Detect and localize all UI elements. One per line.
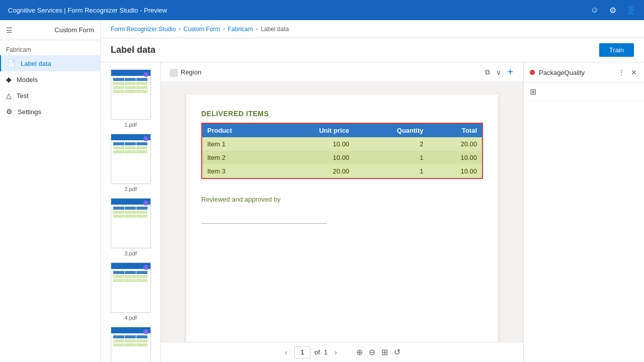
layers-button[interactable]: ⧉ [483, 66, 492, 78]
topbar: Cognitive Services | Form Recognizer Stu… [0, 0, 644, 20]
zoom-out-button[interactable]: ⊖ [367, 345, 377, 359]
file-thumbnail-2 [111, 134, 151, 184]
file-name-2: 2.pdf [124, 186, 136, 192]
zoom-controls: ⊕ ⊖ ⊞ ↺ [354, 345, 403, 359]
breadcrumb-fabricam[interactable]: Fabricam [228, 26, 253, 33]
hamburger-icon[interactable]: ☰ [6, 26, 13, 34]
items-table-body: Item 1 10.00 2 20.00 Item 2 10.00 1 10.0… [202, 137, 482, 178]
thumb-table [113, 142, 148, 153]
breadcrumb-sep-3: › [256, 26, 258, 32]
items-table: Product Unit price Quantity Total Item 1… [202, 124, 482, 178]
col-quantity: Quantity [354, 124, 428, 137]
file-name-1: 1.pdf [124, 122, 136, 128]
settings-icon[interactable]: ⚙ [608, 5, 618, 15]
smiley-icon[interactable]: ☺ [590, 5, 600, 15]
next-page-button[interactable]: › [332, 346, 340, 358]
list-item[interactable]: 3.pdf [101, 195, 160, 259]
sidebar-item-label-data-text: Label data [21, 60, 51, 67]
document-viewer: ⬜ Region ⧉ ∨ + DELIVERED ITEMS [161, 62, 523, 362]
col-total: Total [429, 124, 482, 137]
label-name: PackageQuality [539, 69, 585, 76]
region-icon: ⬜ [169, 68, 178, 76]
table-row: Item 1 10.00 2 20.00 [202, 137, 482, 151]
cell-product: Item 1 [202, 137, 273, 151]
sidebar-header: ☰ Custom Form [0, 20, 100, 40]
right-panel: PackageQuality ⋮ ✕ ⊞ [523, 62, 644, 362]
reviewed-section: Reviewed and approved by [201, 196, 483, 224]
content-area: 1.pdf 2.pdf [101, 62, 644, 362]
cell-total: 20.00 [429, 137, 482, 151]
main-content: Form Recognizer Studio › Custom Form › F… [101, 20, 644, 362]
train-button[interactable]: Train [599, 43, 634, 57]
file-thumbnail-3 [111, 198, 151, 248]
cell-quantity: 1 [354, 151, 428, 164]
page-input[interactable] [294, 346, 310, 358]
add-label-button[interactable]: + [505, 64, 515, 80]
sidebar-item-settings-text: Settings [18, 108, 41, 116]
file-name-3: 3.pdf [124, 250, 136, 256]
close-panel-button[interactable]: ✕ [630, 67, 638, 77]
col-unit-price: Unit price [273, 124, 354, 137]
file-thumbnail-1 [111, 69, 151, 120]
app-title: Cognitive Services | Form Recognizer Stu… [8, 7, 167, 14]
sidebar-item-test[interactable]: △ Test [0, 87, 100, 104]
topbar-icons: ☺ ⚙ 👤 [590, 5, 636, 15]
user-icon[interactable]: 👤 [626, 5, 636, 15]
models-icon: ◆ [6, 75, 12, 83]
breadcrumb-custom-form[interactable]: Custom Form [184, 26, 220, 33]
chevron-down-button[interactable]: ∨ [494, 66, 503, 78]
list-item[interactable]: 1.pdf [101, 66, 160, 131]
cell-unit-price: 10.00 [273, 137, 354, 151]
cell-unit-price: 20.00 [273, 164, 354, 178]
panel-icons: ⋮ ✕ [617, 67, 638, 77]
file-dot [143, 136, 148, 141]
sidebar-item-models[interactable]: ◆ Models [0, 71, 100, 87]
cell-quantity: 2 [354, 137, 428, 151]
thumb-table [113, 271, 148, 282]
label-data-icon: 📄 [7, 59, 16, 67]
cell-total: 10.00 [429, 164, 482, 178]
table-row: Item 3 20.00 1 10.00 [202, 164, 482, 178]
label-tag: PackageQuality [530, 69, 585, 76]
file-dot [143, 72, 148, 77]
sidebar-item-label-data[interactable]: 📄 Label data [0, 55, 100, 71]
region-label: Region [181, 68, 201, 76]
cell-quantity: 1 [354, 164, 428, 178]
list-item[interactable]: 5.pdf [101, 324, 160, 362]
file-dot [143, 329, 148, 334]
rotate-button[interactable]: ↺ [392, 345, 403, 359]
total-pages: 1 [324, 348, 328, 356]
cell-unit-price: 10.00 [273, 151, 354, 164]
zoom-in-button[interactable]: ⊕ [354, 345, 365, 359]
sidebar-section-label: Fabricam [0, 40, 100, 55]
breadcrumb: Form Recognizer Studio › Custom Form › F… [101, 20, 644, 38]
col-product: Product [202, 124, 273, 137]
sidebar-item-test-text: Test [17, 92, 29, 100]
table-view-icon[interactable]: ⊞ [530, 87, 536, 96]
more-options-button[interactable]: ⋮ [617, 67, 626, 77]
sidebar-item-settings[interactable]: ⚙ Settings [0, 104, 100, 120]
thumb-table [113, 207, 148, 218]
fit-page-button[interactable]: ⊞ [379, 345, 390, 359]
file-thumbnail-4 [111, 262, 151, 313]
file-dot [143, 201, 148, 206]
test-icon: △ [6, 92, 12, 100]
doc-page: DELIVERED ITEMS Product Unit price Quant… [186, 95, 498, 342]
right-panel-header: PackageQuality ⋮ ✕ [524, 62, 644, 83]
breadcrumb-form-recognizer[interactable]: Form Recognizer Studio [111, 26, 176, 33]
app-layout: ☰ Custom Form Fabricam 📄 Label data ◆ Mo… [0, 20, 644, 362]
toolbar-right: ⧉ ∨ + [483, 64, 515, 80]
file-thumbnail-5 [111, 327, 151, 362]
table-icon-row: ⊞ [524, 83, 644, 101]
doc-area: DELIVERED ITEMS Product Unit price Quant… [161, 82, 523, 342]
prev-page-button[interactable]: ‹ [282, 346, 290, 358]
page-title: Label data [111, 45, 155, 55]
section-title: DELIVERED ITEMS [201, 110, 483, 118]
region-tool[interactable]: ⬜ Region [169, 68, 201, 76]
breadcrumb-current: Label data [261, 26, 289, 33]
file-list: 1.pdf 2.pdf [101, 62, 161, 362]
list-item[interactable]: 4.pdf [101, 259, 160, 324]
doc-pagination: ‹ of 1 › ⊕ ⊖ ⊞ ↺ [161, 342, 523, 362]
items-table-wrapper: Product Unit price Quantity Total Item 1… [201, 123, 483, 179]
list-item[interactable]: 2.pdf [101, 131, 160, 195]
